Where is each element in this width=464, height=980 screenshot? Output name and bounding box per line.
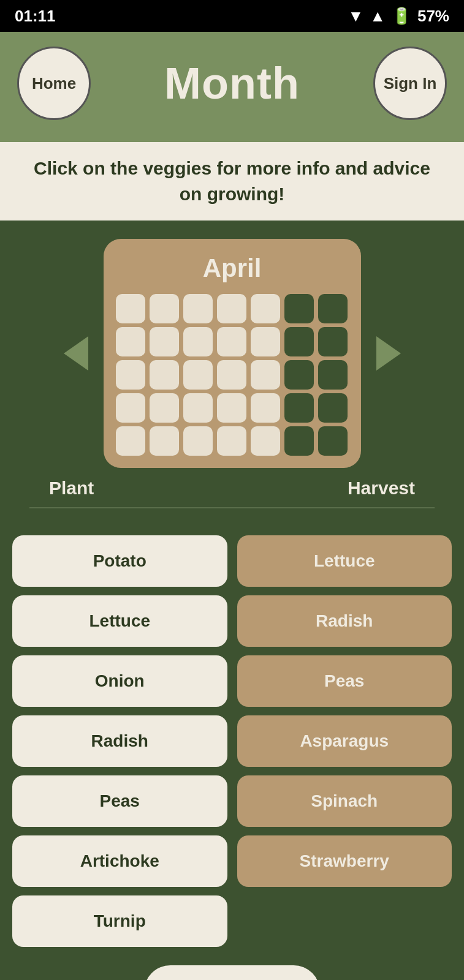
empty-cell (237, 895, 452, 947)
calendar-cell (150, 393, 179, 423)
calendar-cell (284, 327, 314, 356)
plant-item[interactable]: Turnip (12, 895, 227, 947)
next-month-button[interactable] (373, 338, 404, 369)
harvest-item[interactable]: Spinach (237, 775, 452, 827)
plant-legend-label: Plant (49, 478, 94, 499)
harvest-item[interactable]: Asparagus (237, 715, 452, 767)
calendar-cell (116, 294, 145, 323)
calendar-cell (116, 360, 145, 390)
calendar-cell (251, 393, 280, 423)
calendar-cell (217, 426, 246, 456)
calendar-cell (150, 426, 179, 456)
harvest-item[interactable]: Peas (237, 655, 452, 707)
status-time: 01:11 (15, 7, 56, 26)
calendar-cell (318, 360, 348, 390)
calendar-cell (284, 426, 314, 456)
plant-item[interactable]: Radish (12, 715, 227, 767)
calendar-cell (116, 426, 145, 456)
calendar-cell (116, 393, 145, 423)
calendar-widget: April (104, 239, 361, 468)
page-title: Month (164, 58, 300, 108)
info-banner: Click on the veggies for more info and a… (0, 142, 464, 221)
plant-item[interactable]: Lettuce (12, 595, 227, 647)
battery-icon: 🔋 (392, 7, 411, 26)
battery-percent: 57% (417, 7, 449, 26)
right-arrow-icon (376, 336, 401, 371)
veggie-columns: PotatoLettuceLettuceRadishOnionPeasRadis… (12, 535, 452, 959)
calendar-legend: Plant Harvest (12, 468, 452, 507)
calendar-cell (318, 393, 348, 423)
calendar-cell (217, 360, 246, 390)
left-arrow-icon (64, 336, 88, 371)
plant-item[interactable]: Potato (12, 535, 227, 587)
status-icons: ▼ ▲ 🔋 57% (348, 7, 449, 26)
calendar-cell (183, 393, 213, 423)
home-button[interactable]: Home (17, 47, 91, 120)
calendar-cell (251, 294, 280, 323)
calendar-container: April (12, 239, 452, 468)
harvest-item[interactable]: Strawberry (237, 835, 452, 887)
calendar-cell (183, 360, 213, 390)
calendar-cell (284, 360, 314, 390)
calendar-cell (217, 294, 246, 323)
header: Home Month Sign In (0, 32, 464, 142)
calendar-cell (150, 327, 179, 356)
calendar-cell (150, 294, 179, 323)
calendar-section: April Plant Harvest (0, 221, 464, 527)
calendar-cell (217, 393, 246, 423)
calendar-cell (251, 426, 280, 456)
plant-item[interactable]: Artichoke (12, 835, 227, 887)
divider (29, 507, 435, 508)
calendar-cell (284, 294, 314, 323)
calendar-grid (116, 294, 349, 456)
calendar-month: April (116, 254, 349, 283)
calendar-cell (251, 327, 280, 356)
calendar-cell (183, 426, 213, 456)
calendar-cell (150, 360, 179, 390)
sign-in-button[interactable]: Sign In (373, 47, 447, 120)
back-button[interactable]: Back (144, 965, 319, 980)
prev-month-button[interactable] (61, 338, 91, 369)
calendar-cell (183, 327, 213, 356)
signal-icon: ▲ (370, 7, 386, 26)
back-bar: Back (0, 959, 464, 980)
wifi-icon: ▼ (348, 7, 363, 26)
harvest-legend-label: Harvest (348, 478, 415, 499)
calendar-cell (116, 327, 145, 356)
calendar-cell (318, 294, 348, 323)
calendar-cell (251, 360, 280, 390)
calendar-cell (318, 327, 348, 356)
harvest-item[interactable]: Lettuce (237, 535, 452, 587)
calendar-cell (217, 327, 246, 356)
calendar-cell (318, 426, 348, 456)
calendar-cell (183, 294, 213, 323)
calendar-cell (284, 393, 314, 423)
veggie-section: PotatoLettuceLettuceRadishOnionPeasRadis… (0, 527, 464, 959)
plant-item[interactable]: Peas (12, 775, 227, 827)
status-bar: 01:11 ▼ ▲ 🔋 57% (0, 0, 464, 32)
info-text: Click on the veggies for more info and a… (34, 158, 430, 204)
plant-item[interactable]: Onion (12, 655, 227, 707)
harvest-item[interactable]: Radish (237, 595, 452, 647)
